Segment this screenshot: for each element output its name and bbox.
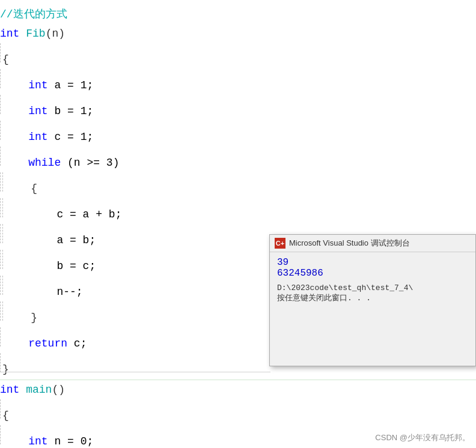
open-brace-3: {	[2, 406, 9, 425]
keyword-int: int	[0, 24, 26, 43]
console-icon: C+	[275, 238, 285, 249]
line-int-b: int b = 1;	[2, 101, 93, 121]
code-line-1: //迭代的方式	[0, 5, 476, 24]
code-line-2: int Fib(n)	[0, 24, 476, 43]
code-line-5: int b = 1;	[0, 95, 476, 121]
code-line-8: {	[0, 172, 476, 198]
console-output-2: 63245986	[277, 268, 468, 279]
console-output-1: 39	[277, 257, 468, 268]
line-int-a: int a = 1;	[2, 76, 93, 95]
line-c-assign: c = a + b;	[5, 205, 121, 224]
console-popup: C+ Microsoft Visual Studio 调试控制台 39 6324…	[269, 234, 476, 366]
func-name-fib: Fib	[26, 24, 45, 43]
code-line-9: c = a + b;	[0, 198, 476, 224]
func-name-main: main	[26, 380, 52, 399]
punc-paren: (n)	[46, 24, 65, 43]
console-path: D:\2023code\test_qh\test_7_4\	[277, 283, 468, 292]
comment-text: //迭代的方式	[0, 5, 67, 24]
watermark: CSDN @少年没有乌托邦。	[375, 432, 470, 443]
line-b-assign: b = c;	[5, 256, 96, 276]
console-press: 按任意键关闭此窗口. . .	[277, 292, 468, 303]
punc-main-paren: ()	[52, 380, 65, 399]
line-int-c: int c = 1;	[2, 127, 93, 147]
keyword-int-main: int	[0, 380, 26, 399]
console-title: Microsoft Visual Studio 调试控制台	[289, 238, 410, 249]
console-icon-label: C+	[276, 240, 284, 247]
code-line-6: int c = 1;	[0, 121, 476, 147]
open-brace-1: {	[2, 50, 9, 69]
console-titlebar: C+ Microsoft Visual Studio 调试控制台	[270, 235, 475, 252]
close-brace-2: }	[5, 308, 37, 327]
line-while: while (n >= 3)	[2, 153, 119, 172]
line-n-dec: n--;	[5, 282, 83, 301]
code-line-16: int main()	[0, 380, 476, 399]
line-return-c: return c;	[2, 334, 87, 353]
line-a-assign: a = b;	[5, 231, 96, 250]
code-editor: //迭代的方式 int Fib(n) { int a = 1; int b = …	[0, 0, 476, 448]
line-int-n: int n = 0;	[2, 432, 93, 448]
console-body: 39 63245986 D:\2023code\test_qh\test_7_4…	[270, 252, 475, 366]
open-brace-2: {	[5, 179, 37, 198]
close-brace-1: }	[2, 360, 9, 379]
code-line-4: int a = 1;	[0, 69, 476, 95]
code-line-7: while (n >= 3)	[0, 147, 476, 172]
code-line-3: {	[0, 43, 476, 69]
code-line-17: {	[0, 399, 476, 425]
